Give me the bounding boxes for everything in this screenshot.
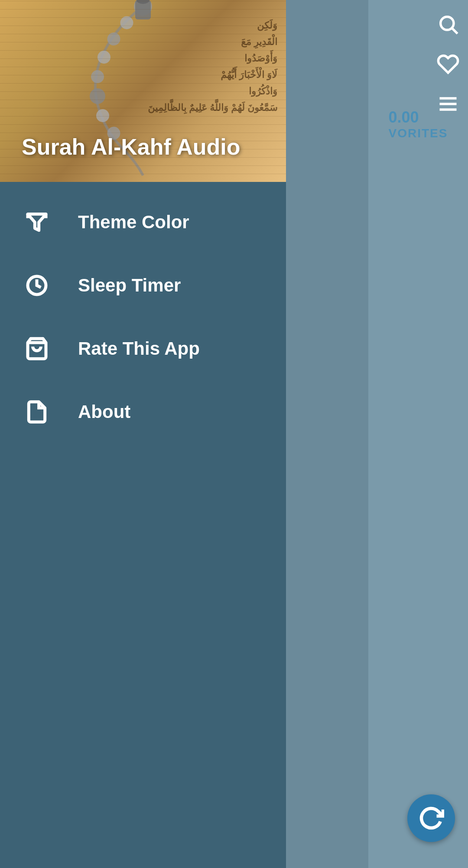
svg-point-14 (136, 0, 150, 4)
top-right-icons (437, 13, 459, 115)
document-icon (22, 397, 52, 427)
palette-icon (22, 207, 52, 237)
clock-icon (22, 270, 52, 301)
svg-rect-13 (135, 0, 151, 19)
about-label: About (78, 402, 130, 422)
svg-point-5 (134, 0, 152, 16)
search-icon[interactable] (437, 13, 459, 36)
menu-list: Theme Color Sleep Timer Ra (0, 182, 286, 452)
header-image: وَلَكِن الْقَدِيرِ مَعَ وَأَوْصَدُوا لَا… (0, 0, 286, 182)
panel-label: VORITES (389, 126, 448, 140)
menu-item-theme-color[interactable]: Theme Color (0, 191, 286, 254)
menu-icon[interactable] (437, 93, 459, 115)
fab-refresh-button[interactable] (407, 794, 455, 842)
heart-icon[interactable] (437, 53, 459, 75)
refresh-icon (418, 805, 444, 831)
arabic-text-decoration: وَلَكِن الْقَدِيرِ مَعَ وَأَوْصَدُوا لَا… (9, 17, 277, 116)
right-panel: 0.00 VORITES (368, 0, 468, 868)
drawer: وَلَكِن الْقَدِيرِ مَعَ وَأَوْصَدُوا لَا… (0, 0, 286, 868)
header-title: Surah Al-Kahf Audio (22, 133, 240, 160)
theme-color-label: Theme Color (78, 212, 189, 233)
rate-app-label: Rate This App (78, 338, 200, 359)
menu-item-about[interactable]: About (0, 380, 286, 444)
menu-item-sleep-timer[interactable]: Sleep Timer (0, 254, 286, 317)
svg-marker-15 (28, 214, 46, 230)
svg-point-0 (441, 17, 454, 30)
sleep-timer-label: Sleep Timer (78, 275, 181, 296)
store-icon (22, 334, 52, 364)
menu-item-rate-app[interactable]: Rate This App (0, 317, 286, 380)
svg-line-1 (452, 29, 458, 34)
